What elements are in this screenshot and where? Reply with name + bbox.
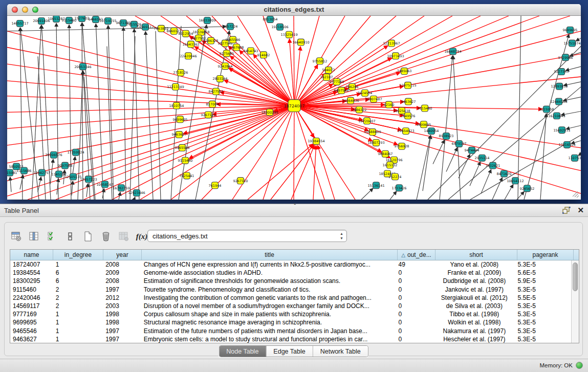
graph-node[interactable]: 9756928 bbox=[395, 143, 409, 149]
table-row[interactable]: 1830029562008Estimation of significance … bbox=[10, 277, 571, 285]
graph-node[interactable]: 9175685 bbox=[220, 50, 234, 57]
graph-node[interactable]: 19218506 bbox=[271, 24, 288, 30]
graph-node[interactable]: 1733426 bbox=[392, 185, 407, 191]
graph-node[interactable]: 12923446 bbox=[128, 190, 145, 196]
graph-node[interactable]: 12093832 bbox=[551, 83, 568, 90]
graph-edge[interactable] bbox=[294, 106, 581, 171]
graph-node[interactable]: 16033809 bbox=[199, 17, 215, 24]
graph-node[interactable]: 20053346 bbox=[74, 63, 91, 70]
column-header-year[interactable]: year bbox=[103, 250, 142, 260]
graph-node[interactable]: 10807487 bbox=[365, 96, 382, 102]
graph-node[interactable]: 12505135 bbox=[64, 173, 81, 180]
graph-node[interactable]: 9465546 bbox=[175, 144, 190, 151]
graph-node[interactable]: 7625441 bbox=[180, 172, 194, 179]
graph-node[interactable]: 10688609 bbox=[364, 129, 381, 136]
graph-node[interactable]: 2803144 bbox=[213, 76, 228, 82]
graph-node[interactable]: 2935114 bbox=[475, 155, 490, 161]
graph-edge[interactable] bbox=[423, 136, 431, 191]
graph-edge[interactable] bbox=[505, 185, 513, 200]
graph-edge[interactable] bbox=[123, 28, 126, 200]
graph-node[interactable]: 15136141 bbox=[367, 182, 384, 189]
graph-node[interactable]: 15692931 bbox=[553, 127, 570, 134]
graph-node[interactable]: 12213967 bbox=[383, 40, 400, 47]
row-options-button[interactable] bbox=[63, 230, 77, 243]
graph-edge[interactable] bbox=[7, 96, 294, 106]
float-panel-icon[interactable] bbox=[562, 206, 571, 214]
graph-node[interactable]: 16640910 bbox=[292, 39, 309, 46]
graph-node[interactable]: 7485063 bbox=[397, 68, 412, 75]
graph-node[interactable]: 761944 bbox=[209, 182, 222, 189]
graph-edge[interactable] bbox=[433, 140, 444, 164]
graph-node[interactable]: 12444158 bbox=[550, 98, 567, 105]
graph-edge[interactable] bbox=[492, 178, 502, 200]
graph-edge[interactable] bbox=[294, 106, 398, 145]
column-header-title[interactable]: title bbox=[142, 250, 398, 260]
graph-node[interactable]: 9097588 bbox=[58, 162, 73, 169]
graph-node[interactable]: 17359924 bbox=[67, 149, 84, 156]
graph-node[interactable]: 1615132 bbox=[383, 162, 398, 168]
graph-node[interactable]: 8938923 bbox=[439, 133, 454, 140]
table-row[interactable]: 946362711997Embryonic stem cells: a mode… bbox=[10, 335, 571, 343]
graph-edge[interactable] bbox=[361, 188, 373, 200]
table-row[interactable]: 1938455462009Genome-wide association stu… bbox=[10, 269, 571, 277]
graph-node[interactable]: 13325419 bbox=[280, 31, 297, 38]
graph-node[interactable]: 17016504 bbox=[558, 141, 575, 148]
graph-edge[interactable] bbox=[390, 191, 396, 200]
graph-edge[interactable] bbox=[134, 197, 135, 200]
graph-node[interactable]: 817004 bbox=[206, 101, 219, 107]
graph-edge[interactable] bbox=[130, 36, 135, 200]
table-row[interactable]: 1456911722003Disruption of a novel membe… bbox=[10, 302, 571, 310]
graph-edge[interactable] bbox=[112, 106, 294, 200]
graph-node[interactable]: 26364436 bbox=[342, 97, 359, 104]
graph-node[interactable]: 9115460 bbox=[418, 105, 432, 112]
graph-edge[interactable] bbox=[237, 16, 294, 106]
graph-node[interactable]: 1527602 bbox=[75, 16, 90, 21]
column-header-short[interactable]: short bbox=[435, 250, 517, 260]
graph-edge[interactable] bbox=[224, 80, 294, 105]
graph-node[interactable]: 7857224 bbox=[223, 23, 238, 30]
graph-node[interactable]: 9463627 bbox=[401, 98, 416, 105]
graph-node[interactable]: 3624554 bbox=[358, 90, 373, 96]
graph-node[interactable]: 15751074 bbox=[563, 40, 580, 47]
graph-node[interactable]: 18300295 bbox=[261, 109, 278, 116]
memory-ok-icon[interactable] bbox=[576, 362, 583, 369]
graph-edge[interactable] bbox=[446, 148, 457, 171]
graph-node[interactable]: 914682 bbox=[257, 52, 270, 58]
column-select-button[interactable] bbox=[46, 230, 59, 243]
graph-edge[interactable] bbox=[156, 31, 161, 200]
graph-edge[interactable] bbox=[179, 25, 207, 200]
delete-column-button[interactable] bbox=[99, 230, 113, 243]
splitter-handle[interactable]: ▴ bbox=[294, 202, 298, 204]
graph-edge[interactable] bbox=[271, 145, 313, 200]
graph-edge[interactable] bbox=[291, 145, 314, 200]
vertical-scrollbar[interactable] bbox=[571, 260, 579, 343]
graph-edge[interactable] bbox=[145, 32, 153, 200]
graph-edge[interactable] bbox=[134, 29, 139, 200]
graph-edge[interactable] bbox=[73, 157, 75, 174]
graph-node[interactable]: 9755812 bbox=[313, 58, 328, 64]
function-builder-button[interactable]: f(x) bbox=[135, 230, 148, 243]
graph-edge[interactable] bbox=[294, 31, 581, 106]
table-select-combobox[interactable]: citations_edges.txt ▲▼ bbox=[147, 230, 347, 242]
graph-node[interactable]: 9245652 bbox=[520, 185, 535, 192]
graph-node[interactable]: 16782759 bbox=[113, 185, 129, 191]
network-canvas[interactable]: 1872400714055717206914061065328791154601… bbox=[7, 16, 581, 200]
graph-edge[interactable] bbox=[294, 106, 294, 200]
graph-node[interactable]: 9227343 bbox=[554, 69, 569, 75]
graph-node[interactable]: 9242844 bbox=[218, 63, 233, 70]
column-header-pagerank[interactable]: pagerank bbox=[517, 250, 574, 260]
graph-edge[interactable] bbox=[453, 56, 461, 200]
graph-node[interactable]: 1849576 bbox=[401, 113, 416, 119]
table-row[interactable]: 969969511998Structural magnetic resonanc… bbox=[10, 318, 571, 326]
create-column-button[interactable] bbox=[81, 230, 95, 243]
graph-node[interactable]: 8471670 bbox=[497, 170, 512, 177]
graph-node[interactable]: 594072 bbox=[322, 67, 335, 74]
close-panel-icon[interactable]: ✕ bbox=[577, 206, 584, 214]
graph-edge[interactable] bbox=[82, 23, 83, 200]
graph-node[interactable]: 252274 bbox=[389, 173, 402, 180]
graph-node[interactable]: 3915981 bbox=[7, 169, 17, 176]
graph-edge[interactable] bbox=[294, 16, 294, 106]
table-row[interactable]: 946554611997Estimation of the future num… bbox=[10, 327, 571, 335]
graph-edge[interactable] bbox=[440, 56, 452, 200]
column-visibility-button[interactable] bbox=[28, 230, 41, 243]
